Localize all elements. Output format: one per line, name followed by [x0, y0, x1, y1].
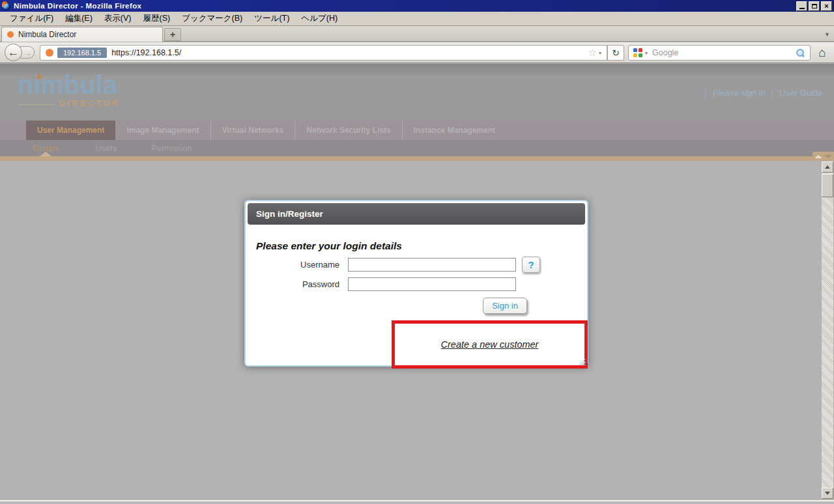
site-identity-badge[interactable]: 192.168.1.5 [57, 48, 107, 58]
user-guide-link[interactable]: User Guide [779, 88, 822, 98]
login-prompt: Please enter your login details [256, 240, 587, 252]
panel-collapse-control[interactable] [812, 152, 834, 161]
new-tab-button[interactable]: + [164, 28, 181, 41]
tab-virtual-networks[interactable]: Virtual Networks [210, 120, 295, 140]
home-button[interactable]: ⌂ [814, 44, 831, 61]
url-text[interactable]: https://192.168.1.5/ [111, 48, 181, 57]
tab-bar: Nimbula Director + ▼ [0, 26, 834, 42]
tab-favicon [7, 31, 14, 38]
address-bar-divider [607, 46, 607, 60]
menu-view[interactable]: 表示(V) [98, 12, 137, 25]
tab-user-management[interactable]: User Management [26, 120, 115, 140]
window-bottom-border [0, 500, 834, 504]
username-field[interactable] [348, 258, 516, 272]
close-button[interactable]: × [821, 1, 832, 11]
minimize-icon [799, 8, 805, 9]
page-scrollbar[interactable] [822, 161, 833, 499]
restore-icon [812, 4, 817, 8]
restore-button[interactable] [809, 1, 820, 11]
site-header: nimbula DIRECTOR | Please sign in | User… [0, 64, 834, 120]
please-sign-in-link[interactable]: Please sign in [713, 88, 766, 98]
menu-bar: ファイル(F) 編集(E) 表示(V) 履歴(S) ブックマーク(B) ツール(… [0, 12, 834, 26]
title-bar: Nimbula Director - Mozilla Firefox × [0, 0, 834, 12]
logo-subtitle: DIRECTOR [59, 99, 121, 108]
bookmark-star-icon[interactable]: ☆ [588, 47, 597, 59]
scroll-up-icon [825, 165, 830, 169]
subnav-permission[interactable]: Permission [152, 144, 192, 153]
menu-tools[interactable]: ツール(T) [248, 12, 295, 25]
search-input[interactable] [652, 48, 796, 57]
scroll-down-icon [825, 492, 830, 495]
search-bar[interactable]: ▾ [628, 45, 811, 61]
site-header-links: | Please sign in | User Guide [705, 88, 822, 98]
password-row: Password [246, 277, 587, 291]
firefox-icon [2, 2, 10, 10]
chevron-up-icon [814, 155, 822, 158]
help-button[interactable]: ? [522, 257, 540, 273]
create-new-customer-link[interactable]: Create a new customer [441, 339, 539, 350]
search-magnifier-icon[interactable] [796, 49, 804, 57]
scroll-down-button[interactable] [822, 488, 833, 499]
tab-instance-management[interactable]: Instance Management [402, 120, 506, 140]
browser-tab-nimbula-director[interactable]: Nimbula Director [1, 27, 163, 42]
back-button[interactable]: ← [5, 44, 22, 61]
site-identity-icon[interactable] [46, 49, 53, 57]
menu-file[interactable]: ファイル(F) [4, 12, 59, 25]
nimbula-logo: nimbula DIRECTOR [18, 72, 121, 108]
dialog-title: Sign in/Register [256, 209, 323, 219]
logo-wordmark: nimbula [18, 72, 121, 98]
username-row: Username ? [246, 257, 587, 273]
menu-edit[interactable]: 編集(E) [59, 12, 98, 25]
tab-title: Nimbula Director [18, 30, 76, 39]
menu-bookmarks[interactable]: ブックマーク(B) [176, 12, 248, 25]
annotation-red-box: Create a new customer [392, 320, 588, 369]
menu-history[interactable]: 履歴(S) [137, 12, 176, 25]
link-separator: | [771, 88, 773, 98]
minimize-button[interactable] [796, 1, 807, 11]
window-controls: × [796, 1, 832, 11]
list-all-tabs-icon[interactable]: ▼ [824, 31, 830, 38]
username-label: Username [246, 260, 348, 270]
tab-image-management[interactable]: Image Management [115, 120, 210, 140]
logo-orange-dot [36, 74, 41, 79]
active-subnav-pointer [40, 152, 51, 156]
accent-bar [0, 156, 834, 161]
subnav-users[interactable]: Users [96, 144, 117, 153]
scroll-up-button[interactable] [822, 161, 833, 173]
forward-button[interactable]: → [20, 46, 35, 59]
site-subnav: Groups Users Permission [0, 140, 834, 156]
chevron-down-icon [824, 155, 832, 158]
navigation-toolbar: ← → 192.168.1.5 https://192.168.1.5/ ☆ ▾… [0, 42, 834, 63]
site-nav-tabs: User Management Image Management Virtual… [0, 120, 834, 140]
search-engine-dropdown-icon[interactable]: ▾ [645, 50, 648, 56]
window-title: Nimbula Director - Mozilla Firefox [14, 2, 141, 10]
bookmark-dropdown-icon[interactable]: ▾ [599, 50, 601, 56]
tab-network-security-lists[interactable]: Network Security Lists [295, 120, 401, 140]
password-label: Password [246, 279, 348, 289]
browser-window: Nimbula Director - Mozilla Firefox × ファイ… [0, 0, 834, 504]
dialog-header: Sign in/Register [248, 203, 585, 225]
scrollbar-thumb[interactable] [822, 174, 833, 197]
close-icon: × [824, 3, 828, 10]
address-bar[interactable]: 192.168.1.5 https://192.168.1.5/ ☆ ▾ [40, 45, 608, 61]
sign-in-button[interactable]: Sign in [483, 298, 527, 314]
password-field[interactable] [348, 277, 516, 291]
google-logo-icon[interactable] [633, 48, 642, 57]
link-separator: | [705, 88, 707, 98]
menu-help[interactable]: ヘルプ(H) [295, 12, 343, 25]
reload-button[interactable]: ↻ [608, 45, 624, 61]
logo-underline [18, 104, 55, 105]
